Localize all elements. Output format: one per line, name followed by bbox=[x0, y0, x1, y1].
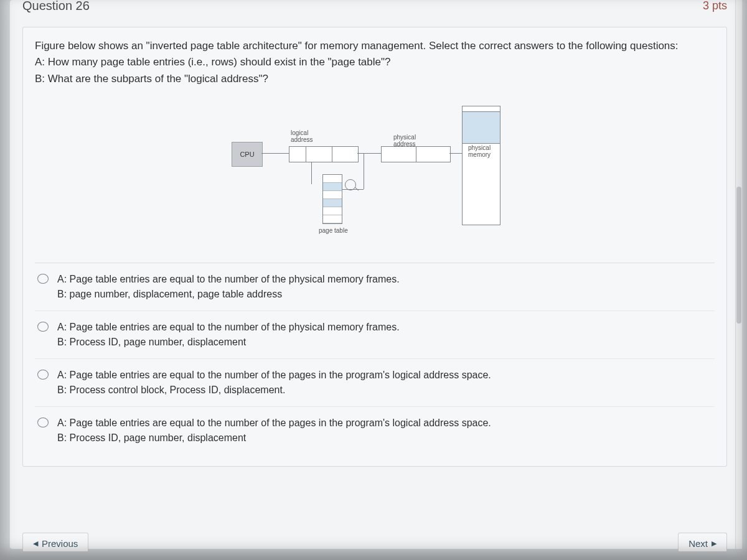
figure-page-table-label: page table bbox=[319, 227, 348, 234]
quiz-panel: Question 26 3 pts Figure below shows an … bbox=[10, 0, 742, 549]
answer-option[interactable]: A: Page table entries are equal to the n… bbox=[35, 407, 715, 454]
figure-physical-address-box bbox=[381, 146, 451, 162]
chevron-left-icon: ◀ bbox=[33, 539, 38, 548]
next-label: Next bbox=[688, 538, 708, 549]
question-prompt: Figure below shows an "inverted page tab… bbox=[35, 38, 715, 87]
scrollbar-thumb[interactable] bbox=[736, 187, 741, 324]
figure-physical-memory-label: physical memory bbox=[468, 144, 491, 158]
chevron-right-icon: ▶ bbox=[712, 539, 716, 548]
answer-list: A: Page table entries are equal to the n… bbox=[35, 263, 715, 454]
radio-icon[interactable] bbox=[37, 370, 49, 380]
figure-physical-address-label: physical address bbox=[393, 134, 416, 147]
answer-text: A: Page table entries are equal to the n… bbox=[57, 368, 491, 398]
prompt-part-a: A: How many page table entries (i.e., ro… bbox=[35, 54, 715, 70]
figure-container: CPU logical address physical address phy… bbox=[35, 106, 715, 249]
navigation-bar: ◀ Previous Next ▶ bbox=[22, 533, 727, 551]
vertical-scrollbar[interactable] bbox=[735, 0, 742, 549]
next-button[interactable]: Next ▶ bbox=[678, 533, 727, 551]
screenshot-surface: Question 26 3 pts Figure below shows an … bbox=[0, 0, 747, 560]
content-area: Question 26 3 pts Figure below shows an … bbox=[22, 0, 727, 524]
prompt-part-b: B: What are the subparts of the "logical… bbox=[35, 71, 715, 87]
radio-icon[interactable] bbox=[37, 322, 49, 332]
question-number: Question 26 bbox=[22, 0, 90, 13]
figure-page-table-box bbox=[322, 174, 342, 224]
previous-button[interactable]: ◀ Previous bbox=[22, 533, 88, 551]
figure-logical-address-box bbox=[289, 146, 359, 162]
answer-text: A: Page table entries are equal to the n… bbox=[57, 416, 491, 446]
question-header: Question 26 3 pts bbox=[22, 0, 727, 13]
answer-option[interactable]: A: Page table entries are equal to the n… bbox=[35, 263, 715, 311]
question-body: Figure below shows an "inverted page tab… bbox=[22, 27, 727, 467]
figure-logical-address-label: logical address bbox=[291, 129, 313, 143]
radio-icon[interactable] bbox=[37, 274, 49, 284]
radio-icon[interactable] bbox=[37, 418, 49, 427]
previous-label: Previous bbox=[42, 538, 78, 549]
answer-text: A: Page table entries are equal to the n… bbox=[57, 272, 400, 302]
prompt-intro: Figure below shows an "inverted page tab… bbox=[35, 38, 715, 54]
answer-option[interactable]: A: Page table entries are equal to the n… bbox=[35, 359, 715, 407]
question-points: 3 pts bbox=[703, 0, 727, 12]
figure-physical-memory-box bbox=[462, 106, 500, 225]
answer-text: A: Page table entries are equal to the n… bbox=[57, 320, 400, 350]
figure-cpu-box: CPU bbox=[232, 142, 263, 167]
answer-option[interactable]: A: Page table entries are equal to the n… bbox=[35, 311, 715, 359]
inverted-page-table-figure: CPU logical address physical address phy… bbox=[232, 106, 518, 249]
